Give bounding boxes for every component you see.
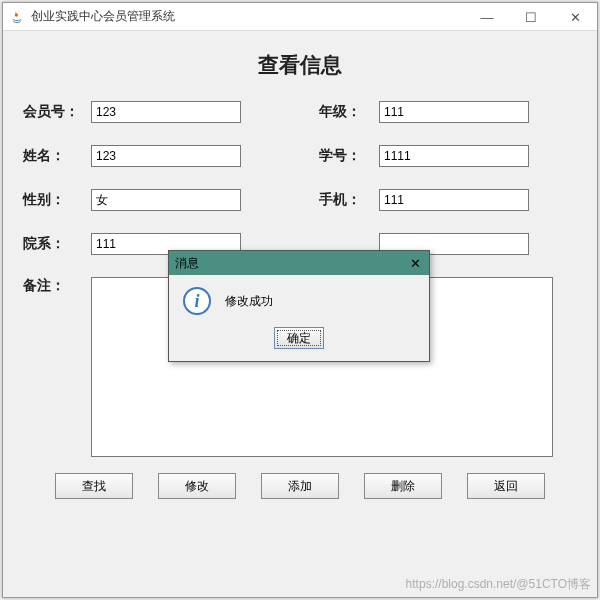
window-title: 创业实践中心会员管理系统 [31,8,175,25]
label-gender: 性别： [23,191,91,209]
label-grade: 年级： [319,103,379,121]
message-dialog: 消息 ✕ i 修改成功 确定 [168,250,430,362]
dialog-ok-button[interactable]: 确定 [274,327,324,349]
member-id-field[interactable] [91,101,241,123]
dialog-message: 修改成功 [225,293,273,310]
gender-field[interactable] [91,189,241,211]
info-icon: i [183,287,211,315]
back-button[interactable]: 返回 [467,473,545,499]
phone-field[interactable] [379,189,529,211]
maximize-button[interactable]: ☐ [509,3,553,31]
button-bar: 查找 修改 添加 删除 返回 [23,469,577,503]
dialog-title: 消息 [175,255,199,272]
name-field[interactable] [91,145,241,167]
label-department: 院系： [23,235,91,253]
student-id-field[interactable] [379,145,529,167]
dialog-body: i 修改成功 [169,275,429,323]
label-name: 姓名： [23,147,91,165]
dialog-close-button[interactable]: ✕ [405,253,425,273]
close-button[interactable]: ✕ [553,3,597,31]
modify-button[interactable]: 修改 [158,473,236,499]
label-phone: 手机： [319,191,379,209]
watermark: https://blog.csdn.net/@51CTO博客 [406,576,591,593]
label-remarks: 备注： [23,277,91,295]
titlebar: 创业实践中心会员管理系统 — ☐ ✕ [3,3,597,31]
delete-button[interactable]: 删除 [364,473,442,499]
label-member-id: 会员号： [23,103,91,121]
dialog-titlebar: 消息 ✕ [169,251,429,275]
window-controls: — ☐ ✕ [465,3,597,31]
main-window: 创业实践中心会员管理系统 — ☐ ✕ 查看信息 会员号： 年级： 姓名： 学号： [2,2,598,598]
add-button[interactable]: 添加 [261,473,339,499]
dialog-buttons: 确定 [169,323,429,361]
page-title: 查看信息 [23,51,577,79]
grade-field[interactable] [379,101,529,123]
label-student-id: 学号： [319,147,379,165]
minimize-button[interactable]: — [465,3,509,31]
search-button[interactable]: 查找 [55,473,133,499]
java-icon [9,9,25,25]
